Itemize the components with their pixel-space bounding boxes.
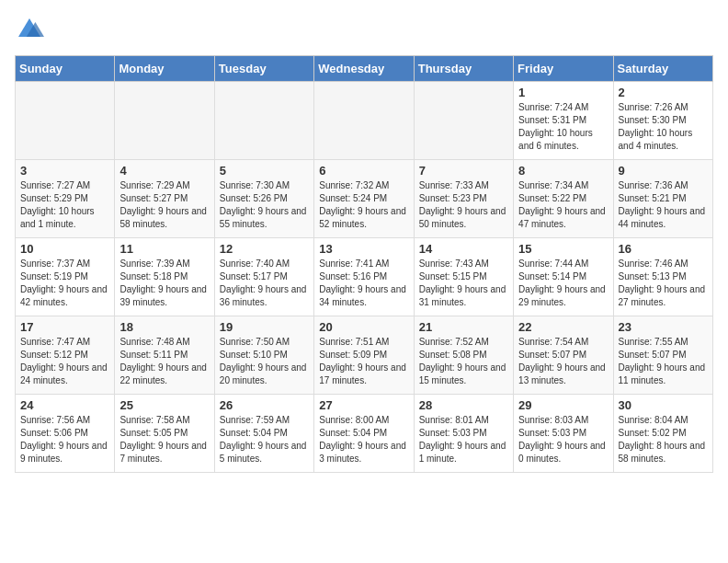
day-number: 25 — [119, 398, 209, 412]
calendar-week-4: 17Sunrise: 7:47 AM Sunset: 5:12 PM Dayli… — [16, 316, 713, 395]
day-number: 7 — [419, 164, 508, 178]
day-number: 15 — [518, 242, 608, 256]
calendar-header-friday: Friday — [514, 56, 613, 82]
calendar-cell: 30Sunrise: 8:04 AM Sunset: 5:02 PM Dayli… — [613, 395, 712, 473]
calendar-cell: 14Sunrise: 7:43 AM Sunset: 5:15 PM Dayli… — [414, 238, 513, 316]
calendar-cell: 19Sunrise: 7:50 AM Sunset: 5:10 PM Dayli… — [214, 316, 313, 395]
calendar-table: SundayMondayTuesdayWednesdayThursdayFrid… — [15, 55, 713, 473]
day-number: 14 — [419, 242, 508, 256]
day-number: 21 — [419, 320, 508, 334]
day-info: Sunrise: 7:33 AM Sunset: 5:23 PM Dayligh… — [419, 179, 508, 231]
calendar-cell: 5Sunrise: 7:30 AM Sunset: 5:26 PM Daylig… — [214, 160, 313, 238]
calendar-cell: 21Sunrise: 7:52 AM Sunset: 5:08 PM Dayli… — [414, 316, 513, 395]
day-number: 17 — [20, 320, 109, 334]
day-info: Sunrise: 8:00 AM Sunset: 5:04 PM Dayligh… — [319, 414, 408, 465]
calendar-cell: 4Sunrise: 7:29 AM Sunset: 5:27 PM Daylig… — [115, 160, 214, 238]
day-number: 18 — [119, 320, 209, 334]
calendar-cell: 6Sunrise: 7:32 AM Sunset: 5:24 PM Daylig… — [314, 160, 414, 238]
calendar-cell: 17Sunrise: 7:47 AM Sunset: 5:12 PM Dayli… — [16, 316, 115, 395]
day-number: 9 — [619, 164, 708, 178]
calendar-header-thursday: Thursday — [414, 56, 513, 82]
calendar-cell: 7Sunrise: 7:33 AM Sunset: 5:23 PM Daylig… — [414, 160, 513, 238]
calendar-week-5: 24Sunrise: 7:56 AM Sunset: 5:06 PM Dayli… — [16, 395, 713, 473]
calendar-header-wednesday: Wednesday — [314, 56, 414, 82]
calendar-header-monday: Monday — [115, 56, 214, 82]
calendar-cell — [214, 82, 313, 160]
day-number: 19 — [220, 320, 309, 334]
day-number: 27 — [319, 398, 408, 412]
day-info: Sunrise: 8:03 AM Sunset: 5:03 PM Dayligh… — [518, 414, 608, 465]
day-info: Sunrise: 7:59 AM Sunset: 5:04 PM Dayligh… — [220, 414, 309, 465]
logo — [15, 15, 50, 44]
calendar-header-row: SundayMondayTuesdayWednesdayThursdayFrid… — [16, 56, 713, 82]
day-number: 12 — [220, 242, 309, 256]
calendar-cell: 28Sunrise: 8:01 AM Sunset: 5:03 PM Dayli… — [414, 395, 513, 473]
day-info: Sunrise: 7:36 AM Sunset: 5:21 PM Dayligh… — [619, 179, 708, 231]
calendar-cell: 3Sunrise: 7:27 AM Sunset: 5:29 PM Daylig… — [16, 160, 115, 238]
day-info: Sunrise: 7:50 AM Sunset: 5:10 PM Dayligh… — [220, 336, 309, 387]
calendar-cell: 10Sunrise: 7:37 AM Sunset: 5:19 PM Dayli… — [16, 238, 115, 316]
day-number: 30 — [619, 398, 708, 412]
day-number: 2 — [619, 86, 708, 99]
calendar-cell: 29Sunrise: 8:03 AM Sunset: 5:03 PM Dayli… — [514, 395, 613, 473]
calendar-cell: 1Sunrise: 7:24 AM Sunset: 5:31 PM Daylig… — [514, 82, 613, 160]
day-number: 1 — [518, 86, 608, 99]
day-info: Sunrise: 7:29 AM Sunset: 5:27 PM Dayligh… — [119, 179, 209, 231]
calendar-cell: 23Sunrise: 7:55 AM Sunset: 5:07 PM Dayli… — [613, 316, 712, 395]
calendar-cell: 13Sunrise: 7:41 AM Sunset: 5:16 PM Dayli… — [314, 238, 414, 316]
day-number: 16 — [619, 242, 708, 256]
page-header — [15, 15, 713, 44]
day-info: Sunrise: 7:34 AM Sunset: 5:22 PM Dayligh… — [518, 179, 608, 231]
calendar-week-1: 1Sunrise: 7:24 AM Sunset: 5:31 PM Daylig… — [16, 82, 713, 160]
calendar-header-sunday: Sunday — [16, 56, 115, 82]
calendar-cell: 11Sunrise: 7:39 AM Sunset: 5:18 PM Dayli… — [115, 238, 214, 316]
calendar-cell: 12Sunrise: 7:40 AM Sunset: 5:17 PM Dayli… — [214, 238, 313, 316]
calendar-cell: 22Sunrise: 7:54 AM Sunset: 5:07 PM Dayli… — [514, 316, 613, 395]
day-number: 20 — [319, 320, 408, 334]
day-info: Sunrise: 7:47 AM Sunset: 5:12 PM Dayligh… — [20, 336, 109, 387]
day-info: Sunrise: 7:39 AM Sunset: 5:18 PM Dayligh… — [119, 258, 209, 309]
day-number: 26 — [220, 398, 309, 412]
calendar-cell: 18Sunrise: 7:48 AM Sunset: 5:11 PM Dayli… — [115, 316, 214, 395]
calendar-cell: 15Sunrise: 7:44 AM Sunset: 5:14 PM Dayli… — [514, 238, 613, 316]
day-info: Sunrise: 7:30 AM Sunset: 5:26 PM Dayligh… — [220, 179, 309, 231]
calendar-cell: 27Sunrise: 8:00 AM Sunset: 5:04 PM Dayli… — [314, 395, 414, 473]
day-info: Sunrise: 7:46 AM Sunset: 5:13 PM Dayligh… — [619, 258, 708, 309]
calendar-header-tuesday: Tuesday — [214, 56, 313, 82]
day-number: 24 — [20, 398, 109, 412]
day-number: 6 — [319, 164, 408, 178]
day-number: 11 — [119, 242, 209, 256]
day-info: Sunrise: 7:32 AM Sunset: 5:24 PM Dayligh… — [319, 179, 408, 231]
day-info: Sunrise: 7:26 AM Sunset: 5:30 PM Dayligh… — [619, 101, 708, 153]
calendar-cell — [314, 82, 414, 160]
calendar-cell: 20Sunrise: 7:51 AM Sunset: 5:09 PM Dayli… — [314, 316, 414, 395]
day-info: Sunrise: 7:43 AM Sunset: 5:15 PM Dayligh… — [419, 258, 508, 309]
day-number: 4 — [119, 164, 209, 178]
day-number: 10 — [20, 242, 109, 256]
day-info: Sunrise: 7:27 AM Sunset: 5:29 PM Dayligh… — [20, 179, 109, 231]
calendar-cell — [414, 82, 513, 160]
day-number: 5 — [220, 164, 309, 178]
day-info: Sunrise: 7:58 AM Sunset: 5:05 PM Dayligh… — [119, 414, 209, 465]
day-info: Sunrise: 7:40 AM Sunset: 5:17 PM Dayligh… — [220, 258, 309, 309]
day-info: Sunrise: 7:54 AM Sunset: 5:07 PM Dayligh… — [518, 336, 608, 387]
day-info: Sunrise: 7:56 AM Sunset: 5:06 PM Dayligh… — [20, 414, 109, 465]
logo-icon — [15, 15, 44, 44]
day-number: 28 — [419, 398, 508, 412]
calendar-cell: 24Sunrise: 7:56 AM Sunset: 5:06 PM Dayli… — [16, 395, 115, 473]
day-number: 29 — [518, 398, 608, 412]
day-number: 13 — [319, 242, 408, 256]
calendar-cell: 8Sunrise: 7:34 AM Sunset: 5:22 PM Daylig… — [514, 160, 613, 238]
day-info: Sunrise: 7:52 AM Sunset: 5:08 PM Dayligh… — [419, 336, 508, 387]
calendar-cell — [115, 82, 214, 160]
day-number: 22 — [518, 320, 608, 334]
day-info: Sunrise: 7:48 AM Sunset: 5:11 PM Dayligh… — [119, 336, 209, 387]
calendar-cell — [16, 82, 115, 160]
calendar-cell: 9Sunrise: 7:36 AM Sunset: 5:21 PM Daylig… — [613, 160, 712, 238]
day-info: Sunrise: 7:55 AM Sunset: 5:07 PM Dayligh… — [619, 336, 708, 387]
day-info: Sunrise: 7:37 AM Sunset: 5:19 PM Dayligh… — [20, 258, 109, 309]
day-number: 23 — [619, 320, 708, 334]
day-info: Sunrise: 7:24 AM Sunset: 5:31 PM Dayligh… — [518, 101, 608, 153]
day-info: Sunrise: 8:01 AM Sunset: 5:03 PM Dayligh… — [419, 414, 508, 465]
calendar-header-saturday: Saturday — [613, 56, 712, 82]
